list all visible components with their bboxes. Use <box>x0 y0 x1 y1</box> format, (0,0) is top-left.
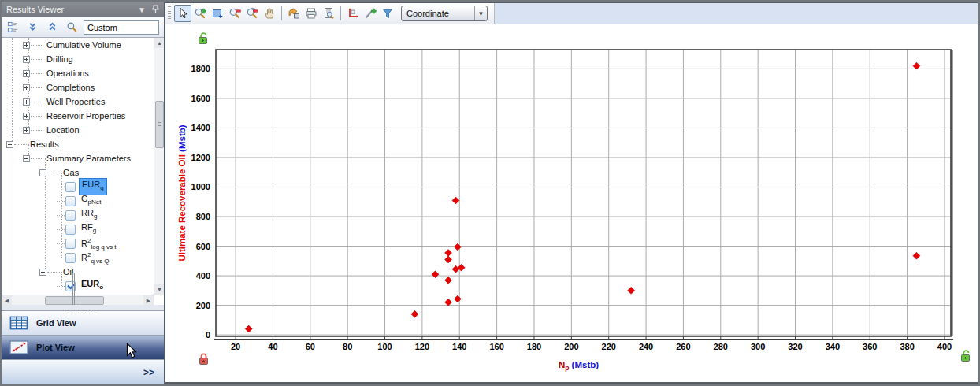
unzoom-all-button[interactable] <box>243 5 261 22</box>
tree-item-label: Reservoir Properties <box>44 110 128 122</box>
tree-item-completions[interactable]: Completions <box>2 80 154 95</box>
expand-icon[interactable] <box>23 113 30 120</box>
data-point[interactable] <box>411 310 418 317</box>
axis-unlock-top-left-icon[interactable] <box>197 32 209 45</box>
pointer-tool-button[interactable] <box>174 5 191 22</box>
expand-icon[interactable] <box>23 42 30 49</box>
expand-icon[interactable] <box>23 56 30 63</box>
app-window: Results Viewer ▼ Cumulative VolumeDrilli… <box>0 0 980 386</box>
results-tree[interactable]: Cumulative VolumeDrillingOperationsCompl… <box>2 38 154 295</box>
checkbox-rlog-q-vs-t[interactable] <box>65 239 76 249</box>
y-tick-label: 400 <box>196 271 210 280</box>
tree-item-location[interactable]: Location <box>2 123 154 137</box>
add-line-button[interactable] <box>362 5 379 22</box>
tree-item-operations[interactable]: Operations <box>2 66 154 80</box>
plot-view-button[interactable]: Plot View <box>2 335 164 359</box>
zoom-window-button[interactable] <box>209 5 226 22</box>
grid-view-button[interactable]: Grid View <box>2 310 164 335</box>
data-point[interactable] <box>445 256 452 263</box>
axis-unlock-bottom-right-icon[interactable] <box>960 349 971 362</box>
zoom-in-button[interactable] <box>191 5 209 22</box>
pin-icon[interactable] <box>152 5 159 15</box>
search-icon <box>66 21 78 33</box>
expand-icon[interactable] <box>23 98 30 106</box>
collapse-all-button[interactable] <box>44 20 60 35</box>
tree-item-eurg[interactable]: EURg <box>2 180 154 194</box>
scrollbar-thumb[interactable] <box>155 101 164 148</box>
checkbox-gpnet[interactable] <box>65 196 76 206</box>
data-point[interactable] <box>445 249 452 256</box>
tree-item-gpnet[interactable]: GpNet <box>2 194 154 208</box>
x-tick-label: 20 <box>231 342 240 351</box>
tree-item-reservoir-properties[interactable]: Reservoir Properties <box>2 109 154 123</box>
tree-item-cumulative-volume[interactable]: Cumulative Volume <box>2 38 154 52</box>
expand-all-icon <box>27 21 39 33</box>
tree-item-label: RRg <box>79 207 99 222</box>
toolbar-grip[interactable] <box>168 6 171 20</box>
export-button[interactable] <box>285 5 303 22</box>
expand-icon[interactable] <box>23 84 30 91</box>
tree-item-euro[interactable]: EURo <box>2 279 154 293</box>
tree-item-summary-parameters[interactable]: Summary Parameters <box>2 151 154 165</box>
checkbox-rfg[interactable] <box>65 225 76 235</box>
print-button[interactable] <box>303 5 320 22</box>
tree-item-oil[interactable]: Oil <box>2 265 154 279</box>
plot-type-dropdown[interactable]: Coordinate ▼ <box>401 6 488 21</box>
x-tick-label: 140 <box>452 342 466 351</box>
tree-item-label: Well Properties <box>44 96 107 108</box>
tree-item-rfg[interactable]: RFg <box>2 222 154 236</box>
data-point[interactable] <box>458 264 465 271</box>
collapse-icon[interactable] <box>39 169 46 176</box>
data-point[interactable] <box>445 277 452 284</box>
results-viewer-panel: Results Viewer ▼ Cumulative VolumeDrilli… <box>2 2 164 384</box>
tree-vertical-scrollbar[interactable]: ▲ ▼ <box>154 38 164 295</box>
panel-splitter[interactable]: ......... <box>2 305 164 310</box>
x-tick-label: 160 <box>489 342 503 351</box>
axis-lock-bottom-left-icon[interactable] <box>198 352 210 366</box>
expand-icon[interactable] <box>23 70 30 77</box>
scatter-plot[interactable]: 2040608010012014016018020022024026028030… <box>165 24 978 382</box>
tree-item-rrg[interactable]: RRg <box>2 208 154 222</box>
chevron-down-icon[interactable]: ▼ <box>474 6 487 20</box>
search-button[interactable] <box>64 20 80 35</box>
collapse-icon[interactable] <box>23 155 30 162</box>
tree-item-results[interactable]: Results <box>2 137 154 151</box>
checkbox-rrg[interactable] <box>65 210 76 221</box>
collapse-icon[interactable] <box>39 269 46 276</box>
data-point[interactable] <box>454 243 461 251</box>
expand-all-button[interactable] <box>24 20 40 35</box>
data-point[interactable] <box>454 295 461 302</box>
pan-button[interactable] <box>261 5 278 22</box>
checkbox-rq-vs-q[interactable] <box>65 253 76 263</box>
filter-button[interactable] <box>379 5 396 22</box>
tree-search-input[interactable] <box>84 20 159 35</box>
tree-item-gas[interactable]: Gas <box>2 165 154 180</box>
tree-item-label: R2q vs Q <box>79 249 112 267</box>
data-point[interactable] <box>628 287 635 294</box>
data-point[interactable] <box>913 252 920 259</box>
tree-item-label: EURo <box>79 278 106 293</box>
zoom-out-button[interactable] <box>226 5 243 22</box>
checkbox-eurg[interactable] <box>65 182 76 192</box>
print-preview-button[interactable] <box>320 5 337 22</box>
axes-button[interactable] <box>344 5 362 22</box>
data-point[interactable] <box>245 325 252 332</box>
tree-item-drilling[interactable]: Drilling <box>2 52 154 66</box>
tree-item-rq-vs-q[interactable]: R2q vs Q <box>2 251 154 265</box>
data-point[interactable] <box>432 271 439 278</box>
plot-region: 2040608010012014016018020022024026028030… <box>165 24 978 382</box>
chevron-down-icon[interactable]: ▼ <box>138 6 146 14</box>
collapse-icon[interactable] <box>6 141 13 148</box>
y-tick-label: 1600 <box>191 94 210 103</box>
expand-icon[interactable] <box>23 127 30 134</box>
expand-panel-button[interactable]: >> <box>143 367 154 378</box>
data-point[interactable] <box>445 299 452 306</box>
tree-layout-button[interactable] <box>5 20 20 35</box>
tree-item-rlog-q-vs-t[interactable]: R2log q vs t <box>2 236 154 251</box>
data-point[interactable] <box>913 62 920 69</box>
y-tick-label: 600 <box>196 242 210 251</box>
tree-item-well-properties[interactable]: Well Properties <box>2 95 154 109</box>
data-point[interactable] <box>452 265 459 273</box>
x-tick-label: 380 <box>900 342 914 351</box>
data-point[interactable] <box>452 197 459 204</box>
